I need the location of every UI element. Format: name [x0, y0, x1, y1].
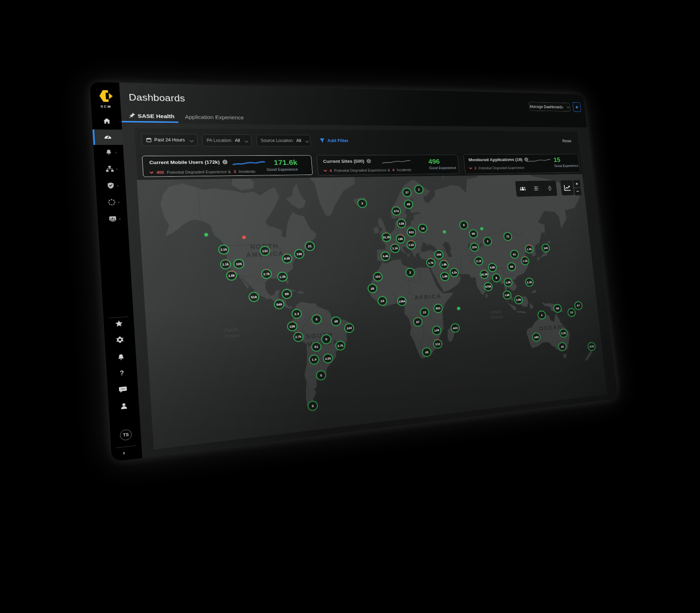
svg-text:485: 485 [534, 335, 539, 339]
svg-text:8: 8 [311, 404, 313, 408]
svg-text:Ocean: Ocean [224, 333, 240, 339]
svg-text:2.7k: 2.7k [263, 272, 270, 276]
svg-text:2: 2 [418, 187, 420, 191]
svg-text:90: 90 [510, 265, 513, 269]
svg-text:14: 14 [421, 227, 425, 230]
svg-text:2.2k: 2.2k [527, 280, 532, 284]
svg-text:Ocean: Ocean [490, 314, 503, 320]
svg-text:2.1k: 2.1k [220, 248, 227, 252]
svg-text:61: 61 [513, 253, 516, 256]
svg-text:25: 25 [561, 345, 564, 349]
svg-text:156: 156 [289, 324, 295, 329]
svg-text:24: 24 [380, 299, 384, 303]
svg-text:2.7k: 2.7k [295, 335, 302, 339]
svg-text:136: 136 [296, 252, 302, 256]
svg-text:48: 48 [334, 319, 338, 323]
svg-text:4.6k: 4.6k [325, 356, 331, 360]
svg-text:376: 376 [472, 246, 477, 249]
svg-text:Indian: Indian [490, 309, 502, 314]
svg-text:675k: 675k [485, 285, 491, 289]
svg-text:61: 61 [314, 345, 318, 349]
svg-text:6: 6 [325, 337, 327, 341]
svg-text:49: 49 [407, 203, 410, 206]
svg-text:3.2k: 3.2k [451, 271, 457, 274]
svg-text:8.6k: 8.6k [284, 256, 291, 260]
svg-text:97: 97 [416, 320, 420, 324]
svg-text:1.1k: 1.1k [392, 246, 398, 250]
svg-text:1364: 1364 [399, 299, 406, 303]
svg-text:19k: 19k [398, 237, 403, 241]
svg-text:2.8k: 2.8k [504, 293, 510, 297]
svg-text:5: 5 [320, 373, 322, 377]
svg-text:549: 549 [276, 302, 283, 306]
svg-text:22: 22 [423, 310, 427, 314]
svg-text:1.1k: 1.1k [222, 262, 229, 266]
svg-text:196: 196 [436, 253, 442, 257]
svg-text:28: 28 [371, 286, 374, 290]
svg-text:60: 60 [556, 306, 559, 310]
svg-text:3.5k: 3.5k [399, 222, 404, 225]
svg-text:17: 17 [405, 191, 409, 194]
svg-text:?: ? [120, 370, 124, 377]
svg-text:105: 105 [236, 262, 242, 266]
svg-text:2.3: 2.3 [294, 312, 299, 316]
svg-text:478: 478 [589, 344, 594, 348]
svg-text:443: 443 [452, 326, 458, 330]
svg-text:1.7k: 1.7k [428, 261, 434, 265]
svg-text:132: 132 [262, 249, 268, 253]
svg-text:72: 72 [506, 235, 509, 238]
svg-text:1.5k: 1.5k [505, 281, 511, 284]
svg-text:15: 15 [570, 311, 573, 314]
svg-text:32.5k: 32.5k [481, 273, 488, 276]
svg-text:831: 831 [409, 231, 414, 234]
svg-text:149: 149 [434, 329, 440, 332]
svg-text:143: 143 [346, 326, 352, 330]
svg-text:2.1k: 2.1k [408, 243, 414, 247]
svg-text:1.8k: 1.8k [442, 275, 448, 279]
svg-text:95: 95 [472, 232, 475, 236]
svg-text:3.7k: 3.7k [337, 344, 344, 348]
svg-text:1.1k: 1.1k [522, 259, 528, 263]
svg-text:1.3k: 1.3k [526, 247, 532, 251]
svg-text:Pacific: Pacific [224, 327, 240, 334]
svg-text:516: 516 [251, 295, 257, 299]
svg-text:103: 103 [375, 275, 380, 279]
svg-text:2.8k: 2.8k [516, 298, 521, 302]
svg-text:1.3k: 1.3k [279, 275, 286, 279]
svg-text:140: 140 [543, 246, 548, 250]
svg-text:2.1k: 2.1k [476, 259, 482, 263]
svg-text:31.2k: 31.2k [383, 236, 391, 239]
svg-text:5: 5 [316, 317, 318, 321]
svg-text:651: 651 [435, 306, 441, 310]
svg-text:89: 89 [285, 292, 289, 296]
svg-text:67: 67 [577, 304, 580, 307]
svg-text:1.8k: 1.8k [441, 263, 447, 266]
svg-text:45: 45 [425, 350, 429, 354]
svg-text:9.8k: 9.8k [490, 266, 495, 269]
svg-text:3.2k: 3.2k [561, 332, 566, 335]
svg-text:1.6k: 1.6k [228, 274, 235, 278]
svg-text:21: 21 [308, 244, 312, 248]
svg-text:232: 232 [435, 342, 440, 346]
svg-text:1.4: 1.4 [312, 357, 317, 362]
svg-text:374: 374 [394, 209, 399, 213]
svg-text:5.4k: 5.4k [382, 254, 389, 258]
svg-text:2: 2 [409, 271, 411, 274]
svg-text:3: 3 [361, 202, 363, 205]
